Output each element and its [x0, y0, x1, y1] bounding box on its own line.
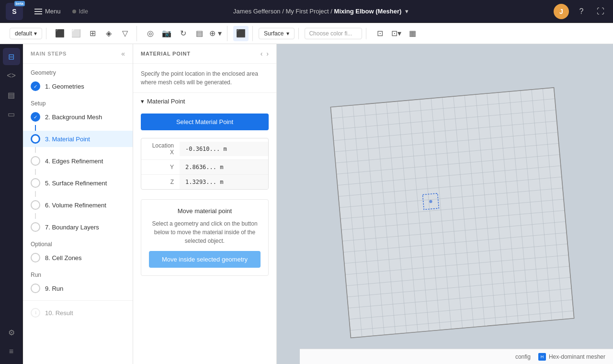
color-filter-input[interactable]: Choose color fi...: [305, 28, 362, 39]
step-5-surface[interactable]: 5. Surface Refinement: [23, 175, 133, 191]
steps-panel: MAIN STEPS « Geometry ✓ 1. Geometries Se…: [23, 44, 133, 364]
detail-description: Specify the point location in the enclos…: [133, 64, 276, 93]
collapse-button[interactable]: «: [121, 50, 125, 57]
sidebar-icon-list[interactable]: ≡: [3, 343, 20, 360]
location-z-value: 1.3293... m: [180, 175, 268, 189]
steps-divider: [23, 300, 133, 301]
section-geometry: Geometry: [23, 64, 133, 78]
step-6-volume[interactable]: 6. Volume Refinement: [23, 197, 133, 213]
logo-area: S beta: [6, 3, 23, 20]
default-select[interactable]: default ▾: [10, 28, 42, 39]
location-table: Location X -0.3610... m Y 2.8636... m Z …: [141, 138, 269, 190]
section-toggle-label: Material Point: [147, 98, 185, 105]
step-connector-3-4: [35, 147, 36, 153]
status-dot: [72, 10, 76, 13]
location-y-label: Y: [141, 160, 180, 174]
project-breadcrumb: James Gefferson / My First Project / Mix…: [96, 8, 546, 15]
step-connector-2-3: [35, 125, 36, 131]
step-7-boundary[interactable]: 7. Boundary Layers: [23, 219, 133, 235]
help-button[interactable]: ?: [575, 5, 588, 18]
main-area: ⊟ <> ▤ ▭ ⚙ ≡ MAIN STEPS « Geometry ✓ 1. …: [0, 44, 613, 364]
step-4-edges[interactable]: 4. Edges Refinement: [23, 153, 133, 169]
step-circle-2: ✓: [31, 112, 40, 122]
bottom-bar: config H Hex-dominant mesher: [300, 349, 613, 364]
sidebar-icon-tree[interactable]: ⊟: [3, 48, 20, 65]
step-label-1: 1. Geometries: [45, 83, 84, 90]
topbar-right: J ? ⛶: [554, 4, 607, 19]
filter-button[interactable]: ▽: [117, 26, 133, 41]
step-connector-5-6: [35, 191, 36, 197]
step-label-8: 8. Cell Zones: [45, 254, 82, 262]
user-avatar: J: [554, 4, 569, 19]
surface-select[interactable]: Surface ▾: [259, 28, 295, 39]
rotate-button[interactable]: ↻: [175, 26, 191, 41]
fit-options-button[interactable]: ⊡▾: [388, 26, 404, 41]
location-x-label: Location X: [141, 138, 180, 159]
step-circle-1: ✓: [31, 81, 40, 91]
grid-view-button[interactable]: ⊞: [85, 26, 100, 41]
sidebar-icon-layers[interactable]: ▤: [3, 86, 20, 103]
sidebar-icon-bug[interactable]: ⚙: [3, 324, 20, 341]
steps-header: MAIN STEPS «: [23, 44, 133, 64]
step-label-9: 9. Run: [45, 285, 63, 292]
topbar: S beta Menu Idle James Gefferson / My Fi…: [0, 0, 613, 23]
location-x-value: -0.3610... m: [180, 142, 268, 156]
menu-button[interactable]: Menu: [31, 6, 65, 17]
chevron-down-icon: ▾: [34, 30, 37, 37]
step-label-3: 3. Material Point: [45, 136, 90, 143]
sidebar-icon-terminal[interactable]: ▭: [3, 105, 20, 123]
step-circle-3: [31, 134, 40, 144]
step-3-material-point[interactable]: 3. Material Point: [23, 131, 133, 147]
chevron-down-icon[interactable]: ▾: [405, 8, 409, 15]
step-8-cell-zones[interactable]: 8. Cell Zones: [23, 250, 133, 266]
mesher-label: H Hex-dominant mesher: [538, 353, 605, 361]
location-row-z: Z 1.3293... m: [141, 175, 268, 189]
section-setup: Setup: [23, 94, 133, 109]
step-10-result[interactable]: ℹ 10. Result: [23, 305, 133, 321]
front-view-button[interactable]: ⬜: [68, 26, 84, 41]
step-2-background-mesh[interactable]: ✓ 2. Background Mesh: [23, 109, 133, 125]
move-inside-button[interactable]: Move inside selected geometry: [149, 251, 261, 268]
chevron-down-icon: ▾: [286, 30, 289, 37]
next-arrow[interactable]: ›: [266, 50, 269, 57]
mesh-visualization: [277, 44, 613, 364]
move-section-description: Select a geometry and click on the butto…: [149, 219, 261, 245]
config-link[interactable]: config: [515, 353, 531, 360]
left-sidebar: ⊟ <> ▤ ▭ ⚙ ≡: [0, 44, 23, 364]
app-logo: S beta: [6, 3, 23, 20]
target-button[interactable]: ◎: [143, 26, 158, 41]
location-row-x: Location X -0.3610... m: [141, 138, 268, 160]
camera-button[interactable]: 📷: [159, 26, 174, 41]
wireframe-button[interactable]: ◈: [101, 26, 116, 41]
step-9-run[interactable]: 9. Run: [23, 280, 133, 296]
step-label-10: 10. Result: [45, 309, 73, 317]
step-label-6: 6. Volume Refinement: [45, 202, 106, 209]
more-tools-button[interactable]: ⊕ ▾: [208, 26, 223, 41]
beta-badge: beta: [14, 1, 25, 6]
3d-viewport[interactable]: config H Hex-dominant mesher: [277, 44, 613, 364]
color-placeholder: Choose color fi...: [309, 30, 352, 37]
fit-button[interactable]: ⊡: [372, 26, 387, 41]
step-circle-6: [31, 200, 40, 210]
fullscreen-button[interactable]: ⛶: [594, 5, 607, 18]
nav-arrows: ‹ ›: [261, 50, 269, 57]
toolbar: default ▾ ⬛ ⬜ ⊞ ◈ ▽ ◎ 📷 ↻ ▤ ⊕ ▾ ⬛ Surfac…: [0, 23, 613, 44]
detail-title: MATERIAL POINT: [141, 51, 191, 57]
layout-button[interactable]: ▦: [405, 26, 420, 41]
step-1-geometries[interactable]: ✓ 1. Geometries: [23, 78, 133, 94]
sidebar-icon-code[interactable]: <>: [3, 67, 20, 84]
3d-view-button[interactable]: ⬛: [52, 26, 68, 41]
detail-panel: MATERIAL POINT ‹ › Specify the point loc…: [133, 44, 277, 364]
toolbar-group-color: Choose color fi...: [301, 28, 366, 39]
step-connector-6-7: [35, 213, 36, 219]
step-circle-9: [31, 284, 40, 293]
prev-arrow[interactable]: ‹: [261, 50, 263, 57]
step-circle-4: [31, 156, 40, 166]
surface-label: Surface: [264, 30, 284, 37]
material-point-toggle[interactable]: ▾ Material Point: [133, 93, 276, 110]
select-material-point-button[interactable]: Select Material Point: [141, 114, 269, 130]
layers-button[interactable]: ▤: [192, 26, 207, 41]
viewport-3d-button[interactable]: ⬛: [233, 26, 249, 41]
toolbar-group-default: default ▾: [6, 28, 46, 39]
step-label-4: 4. Edges Refinement: [45, 158, 103, 165]
